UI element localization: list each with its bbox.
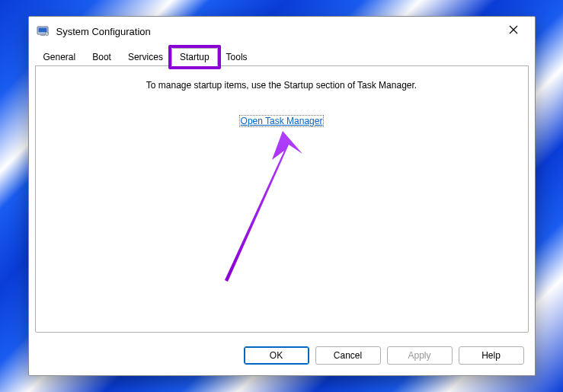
startup-pane: To manage startup items, use the Startup…	[35, 65, 529, 333]
close-button[interactable]	[497, 18, 530, 41]
ok-button[interactable]: OK	[244, 346, 309, 365]
close-icon	[509, 25, 518, 34]
system-configuration-dialog: System Configuration General Boot Servic…	[28, 16, 536, 376]
system-config-icon	[37, 24, 50, 38]
tab-tools[interactable]: Tools	[218, 48, 256, 65]
tab-services[interactable]: Services	[120, 48, 171, 65]
open-task-manager-link[interactable]: Open Task Manager	[239, 115, 325, 127]
apply-button: Apply	[387, 346, 453, 365]
svg-rect-2	[40, 34, 45, 36]
cancel-button[interactable]: Cancel	[315, 346, 381, 365]
dialog-button-row: OK Cancel Apply Help	[29, 339, 535, 375]
tab-startup[interactable]: Startup	[171, 48, 218, 66]
help-button[interactable]: Help	[459, 346, 524, 365]
titlebar: System Configuration	[29, 17, 535, 46]
tabstrip: General Boot Services Startup Tools	[29, 46, 535, 65]
annotation-arrow	[197, 122, 334, 289]
tab-boot[interactable]: Boot	[84, 48, 120, 65]
window-title: System Configuration	[56, 26, 151, 37]
tab-general[interactable]: General	[35, 48, 85, 65]
svg-rect-1	[38, 28, 46, 33]
startup-info-text: To manage startup items, use the Startup…	[36, 80, 528, 91]
